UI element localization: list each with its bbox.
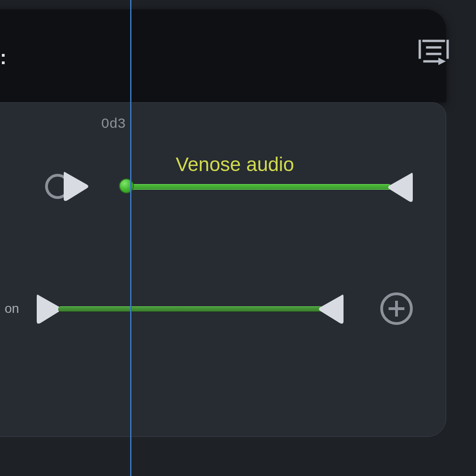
tracks-panel bbox=[0, 102, 446, 437]
track1-end-handle[interactable] bbox=[387, 171, 415, 204]
track2-end-handle[interactable] bbox=[317, 292, 345, 326]
track1-range-bar[interactable] bbox=[126, 184, 391, 190]
track1-start-handle[interactable] bbox=[119, 178, 134, 193]
header-panel bbox=[0, 9, 446, 102]
track2-range-bar[interactable] bbox=[58, 306, 323, 312]
timecode-label: 0d3 bbox=[101, 115, 126, 131]
play-icon[interactable] bbox=[62, 170, 90, 203]
add-track-button[interactable] bbox=[380, 292, 413, 325]
clip-label-track1: Venose audio bbox=[176, 153, 294, 176]
svg-marker-6 bbox=[438, 58, 446, 65]
track2-side-label: on bbox=[5, 301, 19, 316]
header-glyph: : bbox=[0, 46, 7, 69]
editor-stage: : 0d3 Venose audio on bbox=[0, 0, 476, 476]
export-list-icon[interactable] bbox=[417, 36, 450, 70]
